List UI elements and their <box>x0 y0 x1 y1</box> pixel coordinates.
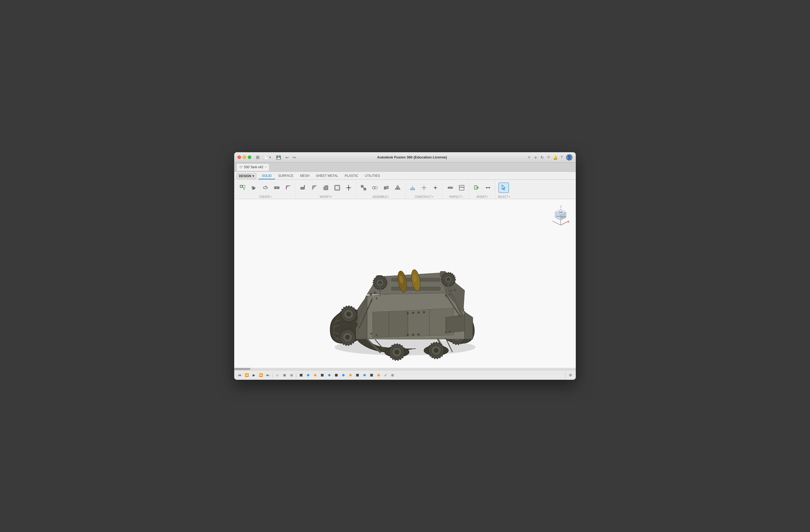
timeline-icon-3[interactable]: 🔶 <box>312 372 318 378</box>
move-icon-bottom[interactable]: ⤢ <box>382 372 389 378</box>
timeline-icon-10[interactable]: 🔷 <box>361 372 368 378</box>
timeline-icon-12[interactable]: 🔶 <box>375 372 382 378</box>
timeline-icon-5[interactable]: 🔷 <box>326 372 333 378</box>
assemble-dropdown-arrow[interactable]: ▾ <box>388 196 389 198</box>
tab-surface[interactable]: SURFACE <box>275 173 297 179</box>
list-view-icon[interactable]: ▤ <box>288 372 295 378</box>
playback-play-icon[interactable]: ▶ <box>250 372 257 378</box>
insert-icon2[interactable] <box>483 183 493 193</box>
create-dropdown-arrow[interactable]: ▾ <box>271 196 272 198</box>
timeline-icon-8[interactable]: 🔶 <box>347 372 354 378</box>
assemble-icon4[interactable] <box>392 183 403 193</box>
design-dropdown-arrow: ▾ <box>253 174 254 178</box>
svg-text:FRONT: FRONT <box>556 216 562 217</box>
svg-point-109 <box>376 334 377 336</box>
playback-next-icon[interactable]: ⏩ <box>258 372 264 378</box>
tab-sheet-metal[interactable]: SHEET METAL <box>312 173 341 179</box>
revolve-icon[interactable] <box>260 183 271 193</box>
notification-badge[interactable]: ① <box>547 155 551 160</box>
move-icon[interactable] <box>343 183 354 193</box>
document-tab[interactable]: 🛡 550 Tank v42 × <box>237 163 270 171</box>
construct-point-icon[interactable] <box>430 183 440 193</box>
file-button[interactable]: 📄▾ <box>262 154 273 161</box>
fillet2-icon[interactable] <box>309 183 320 193</box>
keyframe-icon[interactable]: ◇ <box>274 372 280 378</box>
tab-utilities[interactable]: UTILITIES <box>362 173 383 179</box>
add-tab-icon[interactable]: ＋ <box>534 155 538 160</box>
timeline-icon-9[interactable]: ⬛ <box>354 372 360 378</box>
bell-icon[interactable]: 🔔 <box>553 155 557 160</box>
svg-marker-30 <box>410 187 415 190</box>
extrude-icon[interactable] <box>249 183 259 193</box>
construct-plane-icon[interactable] <box>407 183 418 193</box>
settings-icon[interactable]: ⚙ <box>567 372 573 378</box>
hole-icon[interactable] <box>272 183 282 193</box>
viewport-scrollbar[interactable] <box>234 368 576 370</box>
svg-point-106 <box>445 295 447 296</box>
close-tab-icon[interactable]: ✕ <box>527 155 531 160</box>
svg-point-116 <box>407 334 409 336</box>
playback-prev-icon[interactable]: ⏪ <box>243 372 250 378</box>
svg-point-113 <box>412 312 414 314</box>
help-icon[interactable]: ？ <box>560 155 564 160</box>
timeline-icon-6[interactable]: ⬛ <box>333 372 339 378</box>
expand-icon[interactable]: ⊞ <box>389 372 396 378</box>
insert-dropdown-arrow[interactable]: ▾ <box>487 196 488 198</box>
nav-cube[interactable]: Z X TOP FRONT RIGHT <box>550 203 571 228</box>
main-window: ⊞ 📄▾ 💾 ↩ ↪ Autodesk Fusion 360 (Educatio… <box>234 152 576 380</box>
tab-close-icon[interactable]: × <box>265 166 266 168</box>
redo-button[interactable]: ↪ <box>291 154 297 160</box>
construct-icons <box>407 181 440 195</box>
svg-marker-11 <box>324 185 328 190</box>
tab-plastic[interactable]: PLASTIC <box>342 173 362 179</box>
scrollbar-thumb[interactable] <box>234 368 250 370</box>
svg-point-14 <box>348 187 350 188</box>
design-dropdown[interactable]: DESIGN ▾ <box>237 173 257 179</box>
timeline-icon-1[interactable]: ⬛ <box>298 372 304 378</box>
svg-point-104 <box>370 300 372 302</box>
save-button[interactable]: 💾 <box>274 154 283 161</box>
playback-end-icon[interactable]: ⏭ <box>264 372 271 378</box>
inspect-dropdown-arrow[interactable]: ▾ <box>461 196 463 198</box>
shell-icon[interactable] <box>332 183 342 193</box>
insert-icon1[interactable] <box>471 183 482 193</box>
svg-text:RIGHT: RIGHT <box>561 216 566 218</box>
chamfer-icon[interactable] <box>321 183 331 193</box>
minimize-button[interactable] <box>243 155 246 159</box>
modify-dropdown-arrow[interactable]: ▾ <box>331 196 332 198</box>
grid-icon[interactable]: ⊞ <box>255 154 260 160</box>
timeline-icon-11[interactable]: ⬛ <box>368 372 375 378</box>
assemble-icon3[interactable] <box>381 183 391 193</box>
refresh-icon[interactable]: ↻ <box>540 155 544 160</box>
measure-icon[interactable] <box>445 183 455 193</box>
construct-axis-icon[interactable] <box>419 183 429 193</box>
timeline-icon-7[interactable]: 🔷 <box>340 372 346 378</box>
tab-mesh[interactable]: MESH <box>297 173 313 179</box>
tab-solid[interactable]: SOLID <box>259 173 275 179</box>
construct-dropdown-arrow[interactable]: ▾ <box>432 196 433 198</box>
select-icon[interactable] <box>499 183 509 193</box>
svg-point-6 <box>263 187 268 189</box>
fillet-icon[interactable] <box>283 183 293 193</box>
assemble-icon1[interactable] <box>358 183 369 193</box>
section-analysis-icon[interactable] <box>456 183 467 193</box>
timeline-icon-4[interactable]: ⬛ <box>319 372 325 378</box>
svg-rect-27 <box>387 186 388 189</box>
timeline-icon-2[interactable]: 🔷 <box>305 372 311 378</box>
insert-section: INSERT ▾ <box>469 180 496 199</box>
maximize-button[interactable] <box>248 155 251 159</box>
svg-marker-49 <box>486 187 487 189</box>
close-button[interactable] <box>238 155 241 159</box>
viewport[interactable]: Z X TOP FRONT RIGHT <box>234 199 576 370</box>
select-dropdown-arrow[interactable]: ▾ <box>509 196 510 198</box>
user-icon[interactable]: 👤 <box>566 154 572 161</box>
press-pull-icon[interactable] <box>298 183 308 193</box>
undo-button[interactable]: ↩ <box>284 154 290 160</box>
viewport-canvas[interactable]: Z X TOP FRONT RIGHT <box>234 199 576 370</box>
grid-view-icon[interactable]: ▦ <box>281 372 288 378</box>
assemble-icon2[interactable] <box>370 183 380 193</box>
new-component-icon[interactable] <box>238 183 248 193</box>
bottom-toolbar: ⏮ ⏪ ▶ ⏩ ⏭ ◇ ▦ ▤ ⬛ 🔷 🔶 ⬛ 🔷 ⬛ 🔷 🔶 ⬛ 🔷 ⬛ 🔶 … <box>234 370 576 380</box>
svg-point-63 <box>346 312 351 316</box>
playback-start-icon[interactable]: ⏮ <box>237 372 243 378</box>
